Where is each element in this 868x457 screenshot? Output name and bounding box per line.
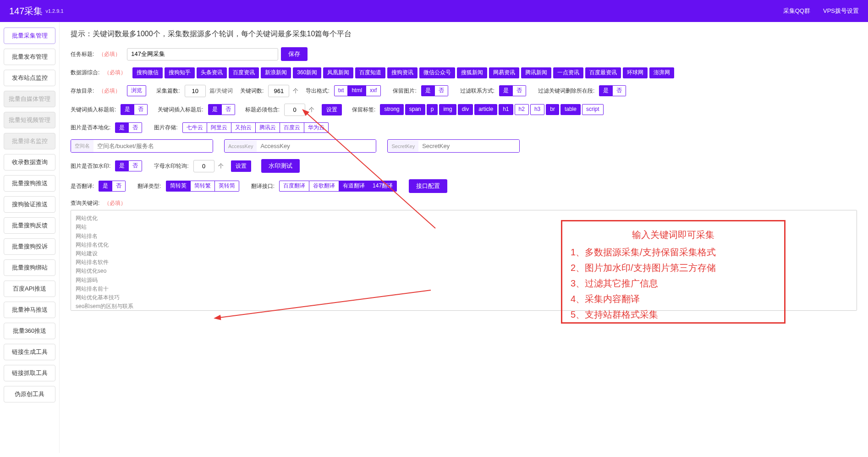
- title-contain-input[interactable]: [284, 104, 305, 116]
- sidebar-item-13[interactable]: 批量神马推送: [4, 302, 55, 318]
- format-tag-2[interactable]: xxf: [366, 85, 381, 96]
- translate-api-opt-3[interactable]: 147翻译: [369, 181, 397, 192]
- sidebar-item-0[interactable]: 批量采集管理: [4, 28, 55, 44]
- source-tag-3[interactable]: 百度资讯: [229, 67, 259, 78]
- format-tag-1[interactable]: html: [348, 85, 366, 96]
- watermark-test-button[interactable]: 水印测试: [261, 159, 300, 173]
- sidebar-item-17[interactable]: 伪原创工具: [4, 386, 55, 402]
- filter-kw-label: 过滤关键词删除所在段:: [538, 87, 594, 95]
- link-vps-settings[interactable]: VPS拨号设置: [823, 7, 859, 15]
- kwcount-input[interactable]: [268, 85, 289, 97]
- translate-group: 是否: [99, 181, 126, 192]
- keeptag-1[interactable]: span: [405, 104, 425, 115]
- imgstore-opt-3[interactable]: 腾讯云: [256, 122, 280, 133]
- source-tag-5[interactable]: 360新闻: [293, 67, 321, 78]
- imgloc-opt-0[interactable]: 是: [115, 122, 129, 133]
- imgstore-opt-5[interactable]: 华为云: [304, 122, 329, 133]
- filtercontact-opt-0[interactable]: 是: [499, 85, 513, 96]
- keeptag-0[interactable]: strong: [380, 104, 403, 115]
- source-tag-4[interactable]: 新浪新闻: [261, 67, 291, 78]
- watermark-rotate-input[interactable]: [193, 160, 214, 172]
- translate-opt-1[interactable]: 否: [112, 181, 126, 192]
- kwins-before-opt-1[interactable]: 否: [134, 104, 148, 115]
- source-tag-13[interactable]: 一点资讯: [553, 67, 583, 78]
- space-input[interactable]: [93, 140, 213, 152]
- source-tag-6[interactable]: 凤凰新闻: [323, 67, 353, 78]
- keeptag-8[interactable]: h3: [530, 104, 544, 115]
- keeptag-6[interactable]: h1: [499, 104, 513, 115]
- translate-api-opt-0[interactable]: 百度翻译: [279, 181, 309, 192]
- task-title-input[interactable]: [127, 48, 278, 61]
- watermark-opt-1[interactable]: 否: [129, 160, 142, 171]
- source-tag-9[interactable]: 微信公众号: [419, 67, 455, 78]
- watermark-rotate-label: 字母水印轮询:: [154, 162, 188, 170]
- filterkw-opt-0[interactable]: 是: [599, 85, 613, 96]
- keeptag-9[interactable]: br: [546, 104, 559, 115]
- sidebar-item-9[interactable]: 批量搜狗反馈: [4, 217, 55, 234]
- source-tag-14[interactable]: 百度最资讯: [585, 67, 621, 78]
- watermark-set-button[interactable]: 设置: [231, 160, 251, 172]
- sidebar-item-3: 批量自媒体管理: [4, 91, 55, 107]
- count-input[interactable]: [185, 85, 206, 97]
- sidebar-item-15[interactable]: 链接生成工具: [4, 344, 55, 360]
- translate-type-opt-0[interactable]: 简转英: [166, 181, 191, 192]
- imgstore-opt-1[interactable]: 阿里云: [207, 122, 231, 133]
- app-title: 147采集: [9, 5, 43, 17]
- kwins-before-opt-0[interactable]: 是: [121, 104, 134, 115]
- imgloc-opt-1[interactable]: 否: [129, 122, 142, 133]
- filterkw-opt-1[interactable]: 否: [613, 85, 626, 96]
- format-tag-0[interactable]: txt: [334, 85, 348, 96]
- source-tag-1[interactable]: 搜狗知乎: [165, 67, 195, 78]
- secretkey-input[interactable]: [418, 140, 519, 152]
- imgstore-opt-4[interactable]: 百度云: [280, 122, 304, 133]
- sidebar-item-7[interactable]: 批量搜狗推送: [4, 175, 55, 192]
- source-tag-15[interactable]: 环球网: [623, 67, 648, 78]
- filtercontact-opt-1[interactable]: 否: [513, 85, 526, 96]
- keeptag-10[interactable]: table: [560, 104, 581, 115]
- keepimg-opt-1[interactable]: 否: [435, 85, 448, 96]
- keepimg-opt-0[interactable]: 是: [421, 85, 435, 96]
- source-tag-16[interactable]: 澎湃网: [649, 67, 674, 78]
- api-config-button[interactable]: 接口配置: [409, 179, 447, 193]
- sidebar-item-8[interactable]: 搜狗验证推送: [4, 196, 55, 213]
- imgstore-opt-0[interactable]: 七牛云: [182, 122, 207, 133]
- translate-api-opt-2[interactable]: 有道翻译: [339, 181, 369, 192]
- keywords-textarea[interactable]: [71, 210, 857, 311]
- kwins-after-opt-1[interactable]: 否: [222, 104, 235, 115]
- keeptag-4[interactable]: div: [458, 104, 473, 115]
- sidebar-item-12[interactable]: 百度API推送: [4, 281, 55, 297]
- source-tag-8[interactable]: 搜狗资讯: [387, 67, 418, 78]
- translate-type-opt-1[interactable]: 简转繁: [191, 181, 215, 192]
- watermark-rotate-unit: 个: [218, 162, 224, 170]
- accesskey-input[interactable]: [257, 140, 376, 152]
- source-tag-12[interactable]: 腾讯新闻: [521, 67, 551, 78]
- sidebar-item-6[interactable]: 收录数据查询: [4, 154, 55, 171]
- translate-api-opt-1[interactable]: 谷歌翻译: [309, 181, 339, 192]
- imgstore-opt-2[interactable]: 又拍云: [231, 122, 256, 133]
- keeptag-3[interactable]: img: [439, 104, 456, 115]
- title-contain-unit: 个: [309, 106, 314, 114]
- browse-button[interactable]: 浏览: [127, 85, 146, 96]
- title-contain-set-button[interactable]: 设置: [322, 104, 342, 116]
- keeptag-2[interactable]: p: [427, 104, 438, 115]
- keeptag-5[interactable]: article: [474, 104, 497, 115]
- translate-opt-0[interactable]: 是: [99, 181, 112, 192]
- save-button[interactable]: 保存: [281, 47, 308, 61]
- source-tag-11[interactable]: 网易资讯: [489, 67, 519, 78]
- keeptag-11[interactable]: script: [582, 104, 604, 115]
- sidebar-item-1[interactable]: 批量发布管理: [4, 49, 55, 65]
- source-tag-2[interactable]: 头条资讯: [197, 67, 227, 78]
- link-qq-group[interactable]: 采集QQ群: [783, 7, 810, 15]
- keeptag-7[interactable]: h2: [515, 104, 529, 115]
- sidebar-item-2[interactable]: 发布站点监控: [4, 70, 55, 86]
- source-tag-10[interactable]: 搜狐新闻: [457, 67, 487, 78]
- sidebar-item-16[interactable]: 链接抓取工具: [4, 365, 55, 381]
- sidebar-item-14[interactable]: 批量360推送: [4, 323, 55, 339]
- sidebar-item-11[interactable]: 批量搜狗绑站: [4, 259, 55, 276]
- kwins-after-opt-0[interactable]: 是: [208, 104, 222, 115]
- watermark-opt-0[interactable]: 是: [115, 160, 129, 171]
- source-tag-7[interactable]: 百度知道: [355, 67, 385, 78]
- sidebar-item-10[interactable]: 批量搜狗投诉: [4, 238, 55, 255]
- translate-type-opt-2[interactable]: 英转简: [215, 181, 239, 192]
- source-tag-0[interactable]: 搜狗微信: [132, 67, 163, 78]
